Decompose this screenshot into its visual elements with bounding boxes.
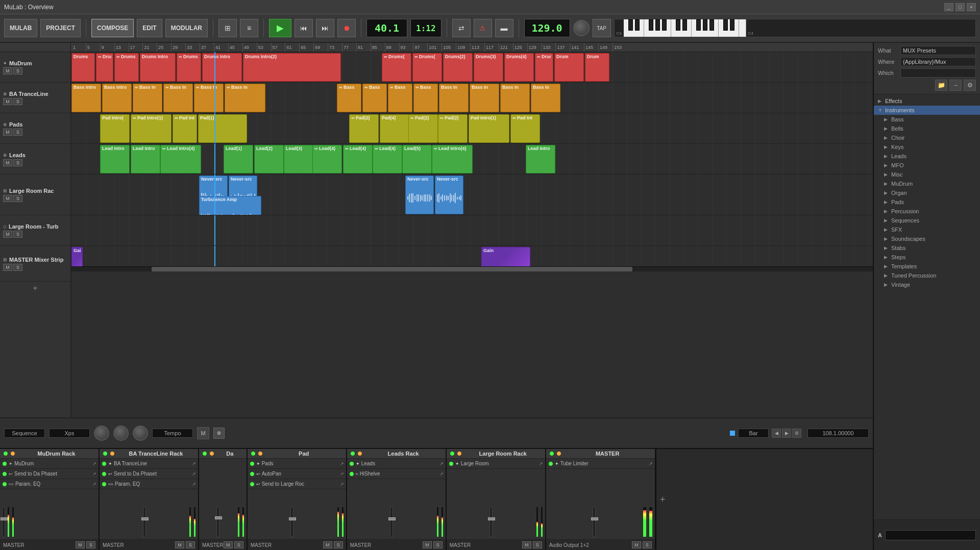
clip-bass[interactable]: Bass Intro [71,84,101,112]
clip-drums[interactable]: Drums Intro [202,53,242,82]
tree-item-stabs[interactable]: ▶ Stabs [874,243,980,253]
clip-drums[interactable]: Drum [585,53,609,82]
clip-pads[interactable]: ∞ Pad(2) [408,114,438,143]
footer-mute-da[interactable]: M [224,541,233,548]
tree-item-templates[interactable]: ▶ Templates [874,262,980,271]
led-largeroom-m[interactable] [450,451,455,456]
clip-bass[interactable]: ∞ Bass [362,84,387,112]
horizontal-scrollbar[interactable] [71,266,873,271]
mixer-slot-leads-2[interactable]: ≈ HiShelve ↗ [347,469,446,479]
bar-settings-button[interactable]: ⚙ [792,429,801,438]
clip-leads[interactable]: Lead(5) [402,145,432,173]
track-label-largeroomturb[interactable]: ◇ Large Room - Turb M S [0,215,70,246]
clip-bass[interactable]: Bass In [531,84,560,112]
tree-item-effects[interactable]: ▶ Effects [874,96,980,106]
tree-item-mudrum[interactable]: ▶ MuDrum [874,179,980,188]
led2-da[interactable] [209,451,214,456]
clip-pads[interactable]: ∞ Pad Int [173,114,197,143]
preset-arrow-icon[interactable]: → [949,80,962,91]
tempo-knob[interactable] [573,20,590,36]
edit-button[interactable]: EDIT [137,19,162,37]
slot-led-leads-1[interactable] [349,461,354,466]
fader-track-bat[interactable] [143,507,146,537]
clip-bass[interactable]: ∞ Bass In [163,84,193,112]
slot-led-masterch-1[interactable] [548,461,553,466]
mixer-slot-pad-2[interactable]: ↩ AutoPan ↗ [248,469,346,479]
bar-next-button[interactable]: ▶ [782,429,791,438]
mute-btn-pads[interactable]: M [3,129,12,136]
footer-solo-bat[interactable]: S [186,541,195,548]
clip-bass[interactable]: ∞ Bass In [194,84,224,112]
track-label-largeroom[interactable]: ⊞ Large Room Rac M S [0,174,70,215]
sequence-knob-1[interactable] [94,426,109,441]
slot-arrow-leads-1[interactable]: ↗ [439,461,444,466]
clip-drums[interactable]: Drums [71,53,95,82]
slot-led-bat-1[interactable] [102,461,107,466]
where-input[interactable] [900,57,976,66]
piano-key-black[interactable] [635,19,640,31]
tempo-tap-button[interactable]: TAP [593,19,611,37]
fader-track-masterch[interactable] [593,507,596,537]
seq-m-button[interactable]: M [197,427,209,439]
slot-arrow-bat-3[interactable]: ↗ [192,482,196,487]
led-da[interactable] [202,451,207,456]
slot-arrow-2[interactable]: ↗ [92,471,96,477]
mixer-slot-bat-1[interactable]: ✦ BA TranceLine ↗ [100,459,198,469]
clip-leads[interactable]: Lead Intro [526,145,555,173]
mixer-slot-mudrum-3[interactable]: ≈≈ Param. EQ ↗ [0,479,99,489]
piano-key-black[interactable] [649,19,653,31]
led-mudrum[interactable] [3,451,8,456]
track-label-master[interactable]: ⊞ MASTER Mixer Strip M S [0,246,70,282]
piano-key-black[interactable] [703,19,707,31]
preset-settings-icon[interactable]: ⚙ [964,80,976,91]
clip-pads[interactable]: Pad(4) [380,114,409,143]
piano-key-black[interactable] [676,19,680,31]
sequence-knob-3[interactable] [133,426,148,441]
bar-prev-button[interactable]: ◀ [772,429,781,438]
led2-masterch[interactable] [556,451,561,456]
solo-btn-largeroom[interactable]: S [13,195,22,202]
led-pad[interactable] [251,451,256,456]
footer-mute-bat[interactable]: M [175,541,184,548]
fader-handle-pad[interactable] [289,517,296,520]
clip-leads[interactable]: Lead Intro [100,145,130,173]
track-row-drums[interactable]: Drums∞ Drur∞ DrumsDrums Intro∞ DrumsDrum… [71,52,873,83]
slot-led-3[interactable] [2,482,7,487]
clip-drums[interactable]: ∞ Drums [114,53,139,82]
clip-drums[interactable]: Drums Intro(2) [243,53,341,82]
track-label-leads[interactable]: ⊕ Leads M S [0,144,70,174]
what-input[interactable] [900,46,976,55]
mixer-slot-mudrum-1[interactable]: ✦ MuDrum ↗ [0,459,99,469]
slot-arrow-pad-2[interactable]: ↗ [340,471,344,477]
clip-leads[interactable]: Lead(1) [224,145,253,173]
compose-button[interactable]: COMPOSE [91,19,134,37]
clip-largeroom[interactable]: Never-src [405,176,434,214]
mulab-button[interactable]: MULAB [4,19,37,37]
mixer-slot-lrm-1[interactable]: ✦ Large Room ↗ [447,459,545,469]
slot-arrow-1[interactable]: ↗ [92,461,96,466]
slot-led-bat-3[interactable] [102,482,107,487]
piano-key-black[interactable] [662,19,667,31]
piano-key-black[interactable] [730,19,734,31]
slot-led-lrm-1[interactable] [449,461,454,466]
solo-btn-batranceline[interactable]: S [13,98,22,105]
mute-btn-largeroomturb[interactable]: M [3,231,12,238]
solo-btn-mudrum[interactable]: S [13,67,22,74]
mixer-slot-bat-3[interactable]: ≈≈ Param. EQ ↗ [100,479,198,489]
clip-drums[interactable]: ∞ Drur [96,53,113,82]
tree-item-keys[interactable]: ▶ Keys [874,142,980,152]
footer-mute-masterch[interactable]: M [632,541,641,548]
fader-handle-da[interactable] [215,516,222,519]
clip-leads[interactable]: Lead Intro [131,145,160,173]
play-button[interactable]: ▶ [269,19,291,37]
tree-item-mfo[interactable]: ▶ MFO [874,161,980,170]
slot-arrow-3[interactable]: ↗ [92,482,96,487]
footer-solo-masterch[interactable]: S [643,541,652,548]
tree-item-percussion[interactable]: ▶ Percussion [874,207,980,216]
tree-item-steps[interactable]: ▶ Steps [874,253,980,262]
rewind-button[interactable]: ⏮ [295,19,313,37]
fader-track-leads[interactable] [390,507,393,537]
slot-led-2[interactable] [2,471,7,477]
track-row-master[interactable]: GainGain [71,246,873,266]
solo-btn-master[interactable]: S [13,264,22,271]
